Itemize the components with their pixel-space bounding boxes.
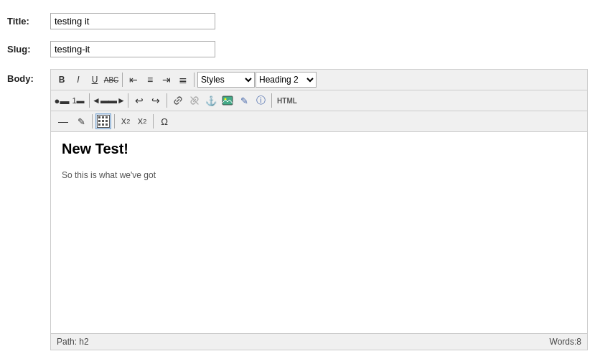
slug-row: Slug: — [0, 35, 595, 63]
indent-button[interactable]: ▬► — [109, 93, 125, 108]
align-right-button[interactable]: ⇥ — [159, 72, 174, 88]
svg-rect-0 — [222, 96, 233, 105]
body-row: Body: B I U ABC ⇤ ≡ ⇥ ≣ Styles P — [0, 63, 595, 356]
body-field: B I U ABC ⇤ ≡ ⇥ ≣ Styles Paragraph Headi… — [50, 69, 588, 350]
sep7 — [92, 114, 93, 129]
body-label: Body: — [7, 69, 50, 84]
toolbar-row-3: — ✎ X2 X2 Ω — [51, 111, 587, 132]
editor-footer: Path: h2 Words:8 — [51, 333, 587, 350]
path-info: Path: h2 — [57, 337, 89, 347]
toolbar-row-2: ●▬ 1▬ ◄▬ ▬► ↩ ↪ — [51, 90, 587, 111]
table-button[interactable] — [95, 113, 111, 129]
editor-heading: New Test! — [62, 141, 576, 157]
sep2 — [194, 73, 195, 87]
redo-button[interactable]: ↪ — [148, 93, 164, 108]
pencil-button[interactable]: ✎ — [73, 113, 89, 129]
sep9 — [153, 114, 154, 129]
link-button[interactable] — [170, 93, 186, 108]
sep5 — [167, 93, 167, 108]
heading-select[interactable]: Heading 1 Heading 2 Heading 3 Paragraph — [256, 72, 317, 88]
title-row: Title: — [0, 7, 595, 35]
underline-button[interactable]: U — [87, 72, 103, 88]
slug-label: Slug: — [7, 41, 50, 55]
title-field — [50, 13, 588, 29]
editor-paragraph: So this is what we've got — [62, 169, 576, 182]
sep4 — [128, 93, 128, 108]
italic-button[interactable]: I — [70, 72, 86, 88]
slug-input[interactable] — [50, 41, 215, 57]
align-justify-button[interactable]: ≣ — [175, 72, 191, 88]
form-container: Title: Slug: Body: B I U ABC ⇤ ≡ — [0, 0, 595, 363]
number-list-button[interactable]: 1▬ — [70, 93, 86, 108]
title-label: Title: — [7, 13, 50, 27]
editor-container: B I U ABC ⇤ ≡ ⇥ ≣ Styles Paragraph Headi… — [50, 69, 588, 350]
table-icon — [97, 115, 110, 128]
help-button[interactable]: ⓘ — [253, 93, 268, 108]
bullet-list-button[interactable]: ●▬ — [54, 93, 70, 108]
superscript-button[interactable]: X2 — [134, 113, 150, 129]
hr-button[interactable]: — — [54, 113, 72, 129]
unlink-button[interactable] — [187, 93, 202, 108]
slug-field — [50, 41, 588, 57]
styles-select[interactable]: Styles Paragraph Heading 1 Heading 2 Hea… — [197, 72, 255, 88]
html-button[interactable]: HTML — [275, 93, 299, 108]
toolbar-row-1: B I U ABC ⇤ ≡ ⇥ ≣ Styles Paragraph Headi… — [51, 70, 587, 90]
anchor-button[interactable]: ⚓ — [203, 93, 219, 108]
sep6 — [271, 93, 272, 108]
sep8 — [114, 114, 115, 129]
bold-button[interactable]: B — [54, 72, 70, 88]
undo-button[interactable]: ↩ — [131, 93, 147, 108]
subscript-button[interactable]: X2 — [118, 113, 133, 129]
sep3 — [89, 93, 90, 108]
omega-button[interactable]: Ω — [156, 113, 172, 129]
edit-button[interactable]: ✎ — [236, 93, 252, 108]
align-center-button[interactable]: ≡ — [142, 72, 158, 88]
title-input[interactable] — [50, 13, 215, 29]
strikethrough-button[interactable]: ABC — [103, 72, 119, 88]
sep1 — [122, 73, 123, 87]
outdent-button[interactable]: ◄▬ — [93, 93, 108, 108]
editor-body[interactable]: New Test! So this is what we've got — [51, 132, 587, 333]
align-left-button[interactable]: ⇤ — [126, 72, 141, 88]
word-count: Words:8 — [550, 337, 581, 347]
image-button[interactable] — [220, 93, 235, 108]
